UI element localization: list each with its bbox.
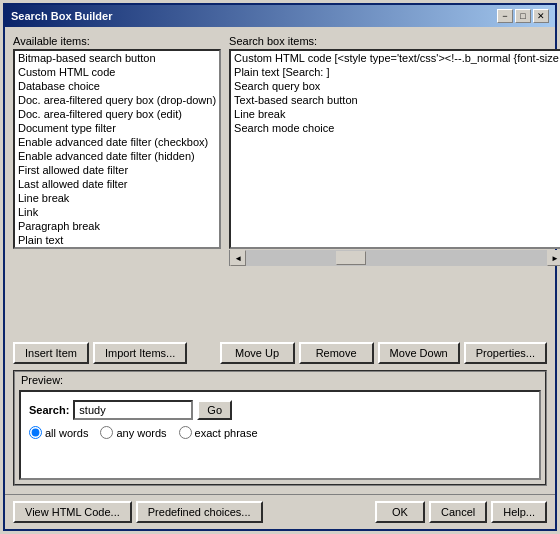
horizontal-scrollbar[interactable]: ◄ ► bbox=[229, 250, 560, 266]
exact-phrase-radio-label[interactable]: exact phrase bbox=[179, 426, 258, 439]
scroll-right-button[interactable]: ► bbox=[547, 250, 560, 266]
properties-button[interactable]: Properties... bbox=[464, 342, 547, 364]
list-item[interactable]: Doc. area-filtered query box (drop-down) bbox=[15, 93, 219, 107]
list-item[interactable]: Plain text bbox=[15, 233, 219, 247]
bottom-bar: View HTML Code... Predefined choices... … bbox=[5, 494, 555, 529]
insert-item-button[interactable]: Insert Item bbox=[13, 342, 89, 364]
cancel-button[interactable]: Cancel bbox=[429, 501, 487, 523]
list-item[interactable]: Text-based search button bbox=[231, 93, 560, 107]
list-item[interactable]: Line break bbox=[15, 191, 219, 205]
list-item[interactable]: Line break bbox=[231, 107, 560, 121]
list-item[interactable]: Bitmap-based search button bbox=[15, 51, 219, 65]
available-items-section: Available items: Bitmap-based search but… bbox=[13, 35, 221, 336]
list-item[interactable]: Link bbox=[15, 205, 219, 219]
list-item[interactable]: Paragraph break bbox=[15, 219, 219, 233]
list-item[interactable]: Enable advanced date filter (checkbox) bbox=[15, 135, 219, 149]
exact-phrase-label: exact phrase bbox=[195, 427, 258, 439]
all-words-radio-label[interactable]: all words bbox=[29, 426, 88, 439]
preview-content: Search: Go all words any words bbox=[19, 390, 541, 480]
all-words-radio[interactable] bbox=[29, 426, 42, 439]
left-buttons: Insert Item Import Items... bbox=[13, 342, 187, 364]
preview-section: Preview: Search: Go all words any words bbox=[13, 370, 547, 486]
remove-button[interactable]: Remove bbox=[299, 342, 374, 364]
list-item[interactable]: Database choice bbox=[15, 79, 219, 93]
minimize-button[interactable]: − bbox=[497, 9, 513, 23]
bottom-left-buttons: View HTML Code... Predefined choices... bbox=[13, 501, 263, 523]
search-box-items-section: Search box items: Custom HTML code [<sty… bbox=[229, 35, 560, 336]
scroll-track[interactable] bbox=[246, 250, 547, 266]
list-item[interactable]: Custom HTML code [<style type='text/css'… bbox=[231, 51, 560, 65]
available-items-label: Available items: bbox=[13, 35, 221, 47]
scroll-thumb[interactable] bbox=[336, 251, 366, 265]
list-item[interactable]: Search query box bbox=[231, 79, 560, 93]
any-words-radio[interactable] bbox=[100, 426, 113, 439]
window-title: Search Box Builder bbox=[11, 10, 112, 22]
close-button[interactable]: ✕ bbox=[533, 9, 549, 23]
list-item[interactable]: Search mode choice bbox=[231, 121, 560, 135]
ok-button[interactable]: OK bbox=[375, 501, 425, 523]
available-items-listbox[interactable]: Bitmap-based search button Custom HTML c… bbox=[13, 49, 221, 249]
list-item[interactable]: Doc. area-filtered query box (edit) bbox=[15, 107, 219, 121]
search-box-items-label: Search box items: bbox=[229, 35, 560, 47]
preview-label: Preview: bbox=[15, 372, 545, 388]
list-item[interactable]: First allowed date filter bbox=[15, 163, 219, 177]
search-row: Search: Go bbox=[29, 400, 531, 420]
view-html-button[interactable]: View HTML Code... bbox=[13, 501, 132, 523]
maximize-button[interactable]: □ bbox=[515, 9, 531, 23]
bottom-right-buttons: OK Cancel Help... bbox=[375, 501, 547, 523]
list-item[interactable]: Result count drop-down bbox=[15, 247, 219, 249]
any-words-radio-label[interactable]: any words bbox=[100, 426, 166, 439]
search-box-builder-window: Search Box Builder − □ ✕ Available items… bbox=[3, 3, 557, 531]
radio-options-row: all words any words exact phrase bbox=[29, 426, 531, 439]
predefined-choices-button[interactable]: Predefined choices... bbox=[136, 501, 263, 523]
import-items-button[interactable]: Import Items... bbox=[93, 342, 187, 364]
title-controls: − □ ✕ bbox=[497, 9, 549, 23]
list-item[interactable]: Enable advanced date filter (hidden) bbox=[15, 149, 219, 163]
go-button[interactable]: Go bbox=[197, 400, 232, 420]
lists-row: Available items: Bitmap-based search but… bbox=[13, 35, 547, 336]
move-down-button[interactable]: Move Down bbox=[378, 342, 460, 364]
right-buttons: Move Up Remove Move Down Properties... bbox=[220, 342, 547, 364]
action-buttons-row: Insert Item Import Items... Move Up Remo… bbox=[13, 342, 547, 364]
list-item[interactable]: Plain text [Search: ] bbox=[231, 65, 560, 79]
all-words-label: all words bbox=[45, 427, 88, 439]
search-input[interactable] bbox=[73, 400, 193, 420]
help-button[interactable]: Help... bbox=[491, 501, 547, 523]
title-bar: Search Box Builder − □ ✕ bbox=[5, 5, 555, 27]
exact-phrase-radio[interactable] bbox=[179, 426, 192, 439]
window-body: Available items: Bitmap-based search but… bbox=[5, 27, 555, 494]
scroll-left-button[interactable]: ◄ bbox=[230, 250, 246, 266]
any-words-label: any words bbox=[116, 427, 166, 439]
search-box-items-listbox[interactable]: Custom HTML code [<style type='text/css'… bbox=[229, 49, 560, 249]
list-item[interactable]: Document type filter bbox=[15, 121, 219, 135]
move-up-button[interactable]: Move Up bbox=[220, 342, 295, 364]
list-item[interactable]: Last allowed date filter bbox=[15, 177, 219, 191]
list-item[interactable]: Custom HTML code bbox=[15, 65, 219, 79]
search-text-label: Search: bbox=[29, 404, 69, 416]
